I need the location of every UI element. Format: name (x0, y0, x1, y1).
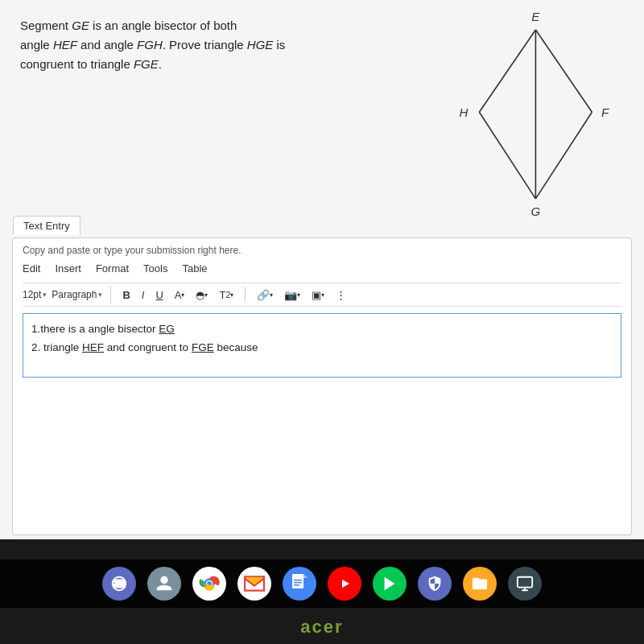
content-line-1: 1.there is a angle bisector EG (31, 320, 613, 339)
text-entry-tab[interactable]: Text Entry (13, 216, 80, 235)
link-button[interactable]: 🔗▾ (254, 287, 276, 303)
menu-tools[interactable]: Tools (143, 262, 167, 275)
svg-line-1 (535, 30, 592, 112)
svg-text:G: G (531, 204, 541, 218)
more-button[interactable]: ⋮ (332, 287, 349, 303)
font-size-dropdown[interactable]: 12pt ▾ (23, 289, 47, 300)
svg-marker-18 (385, 577, 395, 591)
svg-rect-12 (292, 574, 303, 588)
menu-edit[interactable]: Edit (23, 262, 40, 275)
underline-button[interactable]: U (152, 287, 166, 303)
paragraph-dropdown[interactable]: Paragraph ▾ (52, 289, 102, 300)
gmail-icon[interactable] (237, 567, 271, 601)
tab-label: Text Entry (23, 220, 70, 232)
vpn-icon[interactable] (102, 567, 136, 601)
text-entry-container: Text Entry Copy and paste or type your s… (12, 237, 632, 535)
paragraph-value: Paragraph (52, 289, 97, 300)
toolbar-sep-1 (110, 287, 111, 303)
svg-rect-13 (294, 580, 302, 581)
editor-body: Copy and paste or type your submission r… (13, 238, 631, 384)
font-color-button[interactable]: A▾ (171, 287, 188, 303)
toolbar-sep-2 (245, 287, 246, 303)
italic-button[interactable]: I (138, 287, 148, 303)
user-icon[interactable] (147, 567, 181, 601)
vpn2-icon[interactable] (418, 567, 452, 601)
font-size-value: 12pt (23, 289, 41, 300)
svg-line-0 (479, 30, 535, 112)
editor-toolbar: 12pt ▾ Paragraph ▾ B I U A▾ ◓▾ T2▾ 🔗▾ 📷▾… (23, 283, 621, 307)
submission-hint: Copy and paste or type your submission r… (23, 245, 621, 256)
menu-format[interactable]: Format (96, 262, 129, 275)
docs-icon[interactable] (283, 567, 316, 601)
diagram-area: E H F G (443, 8, 620, 233)
media-button[interactable]: ▣▾ (308, 287, 328, 303)
play-store-icon[interactable] (373, 567, 407, 601)
image-button[interactable]: 📷▾ (281, 287, 303, 303)
content-line-2: 2. triangle HEF and congruent to FGE bec… (31, 339, 613, 357)
svg-rect-19 (518, 577, 532, 588)
menu-table[interactable]: Table (182, 262, 207, 275)
display-icon[interactable] (508, 567, 542, 601)
font-size-chevron: ▾ (43, 291, 47, 299)
problem-text: Segment GE is an angle bisector of both … (20, 16, 390, 74)
highlight-button[interactable]: ◓▾ (192, 287, 211, 303)
editor-menubar: Edit Insert Format Tools Table (23, 262, 621, 278)
editor-content[interactable]: 1.there is a angle bisector EG 2. triang… (23, 313, 621, 378)
taskbar (0, 559, 644, 608)
acer-logo: acer (300, 617, 343, 638)
files-icon[interactable] (463, 567, 497, 601)
superscript-button[interactable]: T2▾ (216, 287, 237, 303)
chrome-icon[interactable] (192, 567, 226, 601)
screen: Segment GE is an angle bisector of both … (0, 0, 644, 539)
svg-text:H: H (460, 105, 469, 119)
svg-line-2 (479, 112, 535, 199)
svg-text:F: F (601, 105, 609, 119)
paragraph-chevron: ▾ (98, 291, 102, 299)
bold-button[interactable]: B (119, 287, 133, 303)
svg-text:E: E (531, 10, 540, 23)
svg-rect-15 (294, 584, 299, 586)
svg-line-3 (535, 112, 592, 199)
svg-rect-14 (294, 582, 302, 584)
menu-insert[interactable]: Insert (55, 262, 81, 275)
youtube-icon[interactable] (328, 567, 361, 601)
